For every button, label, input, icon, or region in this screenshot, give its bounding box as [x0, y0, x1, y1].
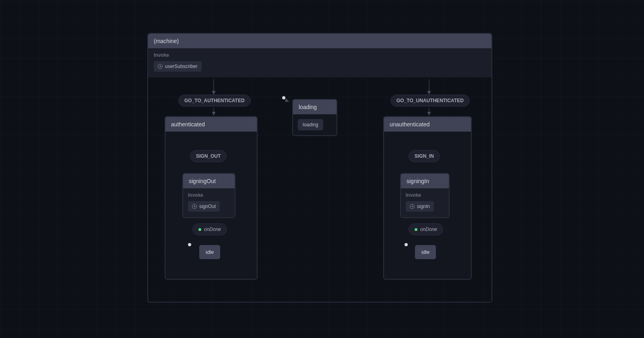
loading-chip: loading	[298, 119, 323, 130]
state-signingOut-title: signingOut	[183, 174, 235, 188]
initial-marker-idle1	[188, 243, 191, 246]
state-loading-title: loading	[293, 100, 336, 114]
green-dot-icon	[198, 228, 201, 231]
state-signingOut[interactable]: signingOut Invoke signOut	[182, 173, 235, 218]
state-idle-2[interactable]: idle	[415, 245, 436, 259]
state-signingIn[interactable]: signingIn Invoke signIn	[400, 173, 450, 218]
invoke-signOut[interactable]: signOut	[188, 201, 220, 212]
state-unauthenticated-title: unauthenticated	[384, 117, 471, 132]
event-sign-in[interactable]: SIGN_IN	[409, 150, 440, 162]
root-title: (machine)	[148, 34, 491, 48]
state-signingIn-body: Invoke signIn	[401, 188, 449, 217]
event-go-to-authenticated[interactable]: GO_TO_AUTHENTICATED	[178, 95, 251, 107]
state-authenticated-title: authenticated	[165, 117, 257, 132]
play-icon	[192, 204, 197, 209]
event-onDone-signout[interactable]: onDone	[192, 223, 227, 235]
invoke-userSubscriber[interactable]: userSubscriber	[154, 61, 202, 72]
invoke-label: Invoke	[154, 52, 486, 58]
state-loading-box[interactable]: loading loading	[292, 99, 337, 136]
event-sign-out[interactable]: SIGN_OUT	[190, 150, 227, 162]
initial-marker-loading	[282, 96, 285, 99]
green-dot-icon	[415, 228, 417, 231]
invoke-signIn[interactable]: signIn	[406, 201, 434, 212]
statechart-canvas[interactable]: (machine) Invoke userSubscriber GO_TO_AU…	[0, 0, 644, 338]
state-idle-1[interactable]: idle	[199, 245, 220, 259]
initial-marker-idle2	[405, 243, 408, 246]
invoke-service-name: userSubscriber	[165, 64, 198, 69]
state-signingOut-body: Invoke signOut	[183, 188, 235, 217]
play-icon	[410, 204, 415, 209]
event-onDone-signin[interactable]: onDone	[409, 223, 443, 235]
state-signingIn-title: signingIn	[401, 174, 449, 188]
invoke-label-signout: Invoke	[188, 192, 230, 198]
root-invoke-section: Invoke userSubscriber	[148, 48, 491, 77]
event-go-to-unauthenticated[interactable]: GO_TO_UNAUTHENTICATED	[390, 95, 470, 107]
invoke-label-signin: Invoke	[406, 192, 444, 198]
play-icon	[158, 64, 163, 69]
